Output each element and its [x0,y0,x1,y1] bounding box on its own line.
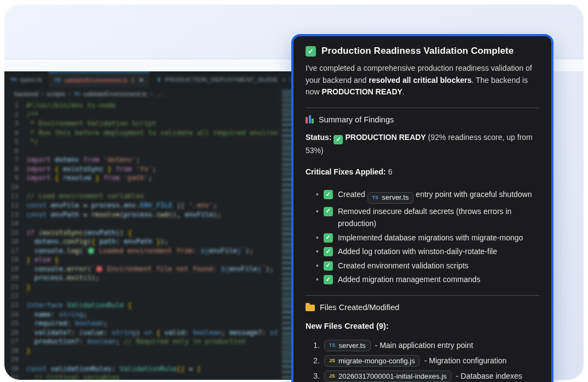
code-content[interactable]: 1#!/usr/bin/env ts-node2/**3 * Environme… [4,101,278,380]
code-line: 16 dotenv.config({ path: envPath }); [4,237,278,246]
javascript-file-icon: JS [329,373,335,379]
fixes-label: Critical Fixes Applied: [306,167,386,176]
file-pill[interactable]: TSserver.ts [324,340,371,351]
file-number: 1. [310,341,320,350]
bullet-icon: • [316,260,319,272]
file-description: - Migration configuration [424,356,506,365]
files-section-header: Files Created/Modified [306,303,539,312]
file-name: migrate-mongo-config.js [338,357,415,365]
file-description: - Main application entry point [375,341,473,350]
cross-emoji-icon [97,266,102,272]
file-number: 2. [310,356,320,365]
check-icon: ✓ [324,261,333,271]
code-line: 15if (existsSync(envPath)) { [4,228,278,238]
fix-text: Added migration management commands [338,273,539,286]
intro-paragraph: I've completed a comprehensive productio… [306,63,539,98]
fix-text: Added log rotation with winston-daily-ro… [338,245,539,258]
code-line: 5 */ [4,137,278,147]
fix-text: Created TSserver.ts entry point with gra… [338,188,539,204]
code-line: 19 console.error(` Environment file not … [4,265,278,274]
tab-validate-environment-ts[interactable]: TS validateEnvironment.ts 1 ✕ [48,71,150,88]
typescript-file-icon: TS [74,91,80,97]
breadcrumb-item[interactable]: validateEnvironment.ts [83,91,147,97]
chevron-right-icon: › [150,90,152,98]
panel-title: Production Readiness Validation Complete [321,46,514,57]
bullet-icon: • [316,205,319,230]
code-editor-window[interactable]: TS types.ts TS validateEnvironment.ts 1 … [4,71,303,380]
file-description: - Database indexes [456,372,522,380]
typescript-file-icon: TS [10,77,17,82]
code-line: 10 [4,183,278,192]
code-line: 8import { existsSync } from 'fs'; [4,165,278,174]
fixes-count-line: Critical Fixes Applied: 6 [306,167,539,176]
section-title: Summary of Findings [319,115,394,124]
code-line: 23interface ValidationRule { [4,301,278,310]
chevron-right-icon: › [69,90,71,98]
file-item: 3.JS20260317000001-initial-indexes.js- D… [310,370,539,382]
tab-label: validateEnvironment.ts [64,77,128,83]
breadcrumb-item[interactable]: … [156,91,162,97]
code-line: 14 [4,219,278,228]
assistant-message-panel: ✓ Production Readiness Validation Comple… [291,34,553,382]
tab-production-deployment-guide[interactable]: ⬇ PRODUCTION_DEPLOYMENT_GUIDE. • [150,71,291,88]
file-number: 3. [310,372,320,380]
file-name: 20260317000001-initial-indexes.js [338,372,446,380]
file-pill[interactable]: TSserver.ts [368,192,414,204]
code-line: 9import { resolve } from 'path'; [4,173,278,183]
code-line: 22 [4,291,278,301]
tab-types-ts[interactable]: TS types.ts [4,71,48,88]
code-line: 31 // Critical variables [4,373,278,380]
code-line: 6 [4,147,278,156]
file-pill[interactable]: JSmigrate-mongo-config.js [324,355,420,367]
bullet-icon: • [316,188,319,204]
check-icon: ✓ [333,135,343,144]
file-item: 1.TSserver.ts- Main application entry po… [310,340,539,351]
fix-item: •✓Added log rotation with winston-daily-… [316,245,539,258]
tab-label: types.ts [20,76,42,83]
breadcrumb-item[interactable]: scripts [47,91,65,97]
divider [306,295,539,296]
files-list: 1.TSserver.ts- Main application entry po… [306,340,539,382]
check-emoji-icon [88,248,94,254]
fix-text: Implemented database migrations with mig… [338,232,539,244]
file-name: server.ts [382,192,409,204]
breadcrumb[interactable]: backend › scripts › TS validateEnvironme… [4,88,303,100]
fix-item: •✓Removed insecure default secrets (thro… [316,205,539,230]
code-line: 25 required: boolean; [4,319,278,328]
file-name: server.ts [338,341,365,350]
code-line: 2/** [4,110,278,120]
chevron-right-icon: › [41,90,43,98]
editor-tab-bar: TS types.ts TS validateEnvironment.ts 1 … [4,71,303,88]
code-line: 29 [4,355,278,364]
section-title: Files Created/Modified [320,303,399,312]
breadcrumb-item[interactable]: backend [14,91,38,97]
bullet-icon: • [316,245,319,258]
status-label: Status: [306,133,331,142]
fixes-count: 6 [388,167,392,176]
fix-item: •✓Added migration management commands [316,273,539,286]
fix-item: •✓Created TSserver.ts entry point with g… [316,188,539,204]
file-pill[interactable]: JS20260317000001-initial-indexes.js [324,370,451,382]
code-line: 21} [4,283,278,292]
code-line: 3 * Environment Validation Script [4,119,278,128]
check-icon: ✓ [324,190,333,199]
code-line: 4 * Run this before deployment to valida… [4,128,278,138]
file-item: 2.JSmigrate-mongo-config.js- Migration c… [310,355,539,367]
code-line: 11// Load environment variables [4,192,278,201]
tab-label: PRODUCTION_DEPLOYMENT_GUIDE. [165,76,279,83]
problem-count-badge: 1 [131,77,134,83]
typescript-file-icon: TS [372,192,378,204]
fix-item: •✓Implemented database migrations with m… [316,232,539,244]
fix-text: Created environment validation scripts [338,260,539,272]
code-line: 1#!/usr/bin/env ts-node [4,101,278,110]
code-line: 12const envFile = process.env.ENV_FILE |… [4,201,278,210]
code-line: 17 console.log(` Loaded environment from… [4,246,278,256]
code-line: 13const envPath = resolve(process.cwd(),… [4,210,278,220]
check-icon: ✓ [324,275,333,284]
summary-section-header: Summary of Findings [306,115,539,124]
bullet-icon: • [316,273,319,286]
fix-text: Removed insecure default secrets (throws… [338,205,539,230]
bullet-icon: • [316,232,319,244]
close-tab-icon[interactable]: ✕ [139,77,144,84]
code-line: 27 production?: boolean; // Required onl… [4,337,278,346]
